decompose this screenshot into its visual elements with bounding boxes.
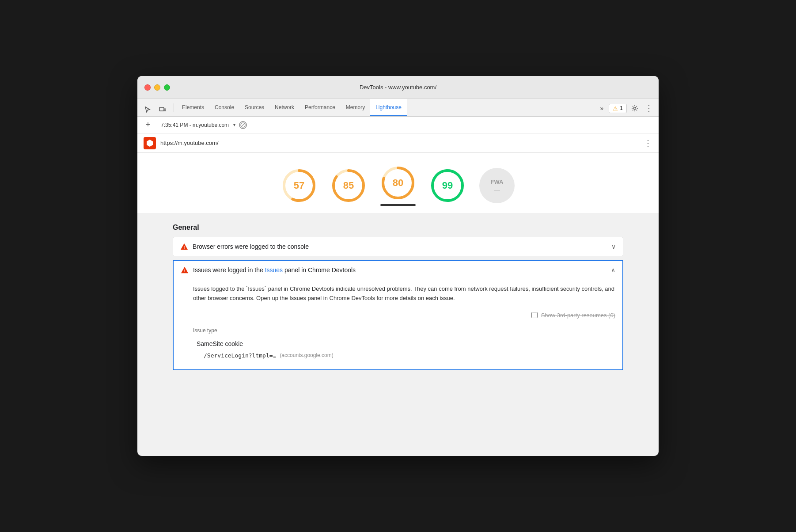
show-3rd-party-checkbox[interactable]	[531, 312, 538, 318]
score-85-value: 85	[343, 180, 354, 191]
svg-line-4	[241, 123, 245, 127]
tab-memory[interactable]: Memory	[341, 99, 370, 116]
general-section: General ! Browser errors were logged to …	[137, 213, 659, 391]
score-99-value: 99	[442, 180, 453, 191]
timestamp: 7:35:41 PM - m.youtube.com	[161, 122, 229, 128]
issues-link[interactable]: Issues	[265, 266, 283, 274]
main-scroll-container[interactable]: 57 85 80	[137, 153, 659, 456]
score-accessibility[interactable]: 85	[331, 168, 366, 203]
minimize-button[interactable]	[154, 84, 160, 91]
accordion-browser-errors: ! Browser errors were logged to the cons…	[173, 237, 623, 256]
active-score-indicator	[380, 204, 416, 206]
lighthouse-bar: https://m.youtube.com/ ⋮	[137, 133, 659, 153]
issue-url: /ServiceLogin?ltmpl=…	[204, 352, 276, 359]
issue-domain: (accounts.google.com)	[280, 352, 333, 358]
window-title: DevTools - www.youtube.com/	[360, 84, 436, 91]
close-button[interactable]	[144, 84, 151, 91]
score-80-value: 80	[393, 177, 403, 189]
score-57-value: 57	[294, 180, 304, 191]
accordion-title-issues-logged: Issues were logged in the Issues panel i…	[193, 266, 606, 274]
secondary-bar: + 7:35:41 PM - m.youtube.com ▾	[137, 117, 659, 133]
svg-marker-5	[147, 140, 153, 147]
issue-type-name: SameSite cookie	[197, 340, 243, 347]
score-pwa[interactable]: FWA —	[479, 168, 515, 203]
accordion-body-issues-logged: Issues logged to the `Issues` panel in C…	[174, 279, 622, 369]
score-performance[interactable]: 57	[281, 168, 317, 203]
tab-sources[interactable]: Sources	[239, 99, 269, 116]
traffic-lights	[144, 84, 170, 91]
section-title-general: General	[173, 213, 623, 237]
show-3rd-party-label: Show 3rd-party resources (0)	[541, 312, 615, 319]
warning-triangle-icon-2: !	[181, 266, 189, 274]
lighthouse-icon	[144, 137, 156, 149]
tab-console[interactable]: Console	[209, 99, 239, 116]
svg-rect-0	[159, 107, 164, 111]
cursor-icon[interactable]	[141, 103, 154, 116]
show-3rd-party-row: Show 3rd-party resources (0)	[193, 312, 615, 319]
more-options-button[interactable]: ⋮	[643, 102, 655, 114]
accordion-issues-logged: ! Issues were logged in the Issues panel…	[173, 260, 623, 370]
chevron-up-icon-2: ∧	[611, 266, 615, 274]
timestamp-dropdown[interactable]: ▾	[233, 122, 235, 127]
issue-url-row: /ServiceLogin?ltmpl=… (accounts.google.c…	[193, 350, 615, 361]
secondary-separator	[157, 121, 157, 129]
svg-rect-1	[164, 109, 166, 111]
tab-performance[interactable]: Performance	[299, 99, 341, 116]
accordion-description: Issues logged to the `Issues` panel in C…	[193, 285, 615, 303]
svg-text:!: !	[184, 269, 186, 273]
accordion-header-browser-errors[interactable]: ! Browser errors were logged to the cons…	[173, 237, 623, 256]
tab-lighthouse[interactable]: Lighthouse	[370, 99, 407, 116]
devtools-window: DevTools - www.youtube.com/ Elements Con…	[137, 76, 659, 456]
issue-type-item: SameSite cookie	[193, 337, 615, 350]
tab-network[interactable]: Network	[269, 99, 299, 116]
more-tabs-button[interactable]: »	[597, 102, 607, 114]
device-toggle-icon[interactable]	[156, 103, 169, 116]
accordion-header-issues-logged[interactable]: ! Issues were logged in the Issues panel…	[174, 261, 622, 279]
lighthouse-more-button[interactable]: ⋮	[644, 138, 652, 148]
warning-icon: ⚠	[613, 105, 618, 112]
scores-area: 57 85 80	[137, 153, 659, 213]
svg-text:!: !	[184, 245, 185, 250]
warning-count: 1	[620, 105, 623, 111]
maximize-button[interactable]	[164, 84, 170, 91]
title-bar: DevTools - www.youtube.com/	[137, 76, 659, 99]
block-icon[interactable]	[239, 121, 247, 129]
devtools-tabs-bar: Elements Console Sources Network Perform…	[137, 99, 659, 117]
bottom-spacer	[173, 374, 623, 391]
score-best-practices-container: 80	[380, 165, 416, 206]
svg-point-2	[634, 107, 636, 110]
accordion-title-browser-errors: Browser errors were logged to the consol…	[193, 243, 607, 250]
fwa-dash: —	[494, 186, 500, 193]
warning-badge[interactable]: ⚠ 1	[609, 104, 627, 113]
tab-separator-1	[174, 103, 174, 112]
settings-button[interactable]	[629, 102, 641, 114]
tab-elements[interactable]: Elements	[177, 99, 209, 116]
fwa-label: FWA	[491, 179, 504, 185]
score-best-practices[interactable]: 80	[380, 165, 416, 201]
score-seo[interactable]: 99	[430, 168, 465, 203]
lighthouse-url: https://m.youtube.com/	[160, 140, 640, 146]
warning-triangle-icon-1: !	[180, 243, 188, 251]
chevron-down-icon-1: ∨	[611, 243, 616, 250]
add-button[interactable]: +	[143, 120, 153, 129]
issue-type-label: Issue type	[193, 326, 615, 337]
